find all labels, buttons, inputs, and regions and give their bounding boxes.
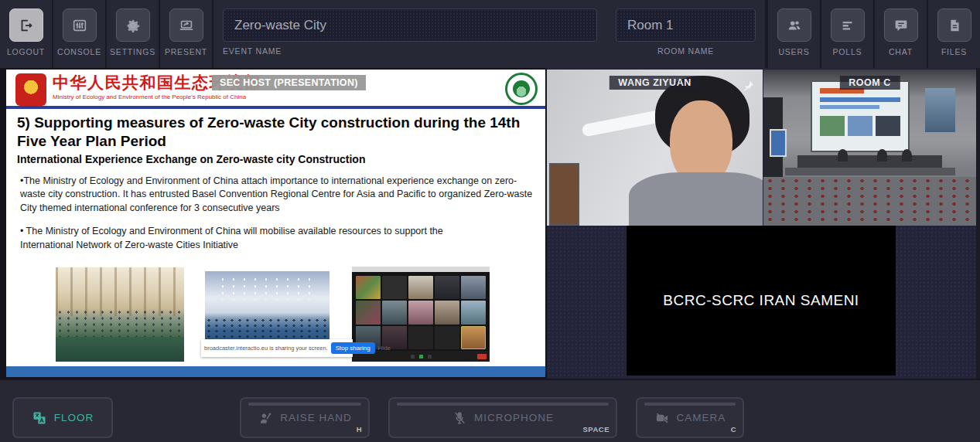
logout-group: LOGOUT [0, 0, 53, 68]
logout-button[interactable] [9, 8, 43, 42]
logout-icon [18, 17, 35, 34]
chat-icon [893, 17, 910, 34]
event-name-input[interactable]: Zero-waste City [223, 8, 597, 42]
files-document-icon-button[interactable] [937, 8, 971, 42]
raise-hand-icon [258, 410, 273, 426]
event-name-group: Zero-waste City EVENT NAME [213, 0, 606, 68]
button-indicator-strip [248, 403, 361, 406]
microphone-muted-icon [452, 410, 467, 426]
chat-group: CHAT [873, 0, 927, 68]
floor-language-button[interactable]: FLOOR [12, 397, 113, 438]
raise-hand-button[interactable]: RAISE HAND H [240, 397, 370, 438]
bottom-control-bar: FLOOR RAISE HAND H [0, 379, 980, 442]
polls-icon-button[interactable] [831, 8, 865, 42]
settings-label: SETTINGS [110, 47, 155, 56]
chat-bubble-icon-button[interactable] [884, 8, 918, 42]
hide-notice-button: Hide [378, 345, 391, 352]
mee-logo-icon [505, 73, 538, 105]
chat-label: CHAT [889, 47, 913, 56]
microphone-button[interactable]: MICROPHONE SPACE [388, 397, 617, 438]
slide-title: 5) Supporting measures of Zero-waste Cit… [17, 114, 540, 151]
users-label: USERS [778, 47, 809, 56]
slide-body: 5) Supporting measures of Zero-waste Cit… [6, 109, 545, 252]
right-edge-strip [976, 68, 980, 379]
room-name-input[interactable]: Room 1 [616, 8, 756, 42]
floor-label: FLOOR [54, 412, 94, 423]
users-group: USERS [767, 0, 820, 68]
files-group: FILES [927, 0, 980, 68]
video-zone: WANG ZIYUAN [547, 68, 976, 379]
camera-off-icon [654, 410, 670, 426]
stop-sharing-button: Stop sharing [331, 342, 375, 354]
microphone-label: MICROPHONE [474, 412, 554, 423]
raise-hand-label: RAISE HAND [280, 412, 352, 423]
translation-icon [32, 410, 47, 426]
present-group: PRESENT [160, 0, 213, 68]
video-feed-room-c[interactable]: ROOM C [763, 70, 976, 226]
feed-label-wang-ziyuan: WANG ZIYUAN [609, 76, 700, 90]
video-feed-wang-ziyuan[interactable]: WANG ZIYUAN [547, 70, 763, 226]
settings-group: SETTINGS [107, 0, 160, 68]
share-notice-message: broadcaster.interactio.eu is sharing you… [204, 345, 328, 352]
gear-icon [125, 17, 142, 34]
camera-shortcut: C [731, 425, 736, 434]
feed-label-room-c: ROOM C [839, 76, 900, 90]
top-toolbar: LOGOUT CONSOLE [0, 0, 980, 68]
slide-footer-bar [6, 366, 545, 377]
event-name-label: EVENT NAME [223, 46, 597, 56]
console-button[interactable] [63, 8, 97, 42]
camera-button[interactable]: CAMERA C [636, 397, 744, 438]
ministry-title-en: Ministry of Ecology and Environment of t… [53, 94, 261, 100]
polls-bars-icon [839, 17, 856, 34]
pin-icon[interactable] [741, 79, 755, 96]
main-area: SEC HOST (PRESENTATION) ★ 中华人民共和国生态环境部 M… [0, 68, 980, 379]
host-badge: SEC HOST (PRESENTATION) [212, 75, 366, 90]
china-emblem-icon: ★ [15, 73, 46, 106]
settings-button[interactable] [116, 8, 150, 42]
files-icon [946, 17, 963, 34]
present-button[interactable] [169, 8, 203, 42]
button-indicator-strip [397, 403, 609, 406]
button-indicator-strip [644, 403, 736, 406]
present-screen-icon [178, 17, 195, 34]
conference-photo-1 [56, 267, 184, 362]
logout-label: LOGOUT [7, 47, 45, 56]
camera-label: CAMERA [677, 412, 726, 423]
present-label: PRESENT [165, 47, 207, 56]
polls-label: POLLS [833, 47, 862, 56]
raise-hand-shortcut: H [357, 425, 362, 434]
console-label: CONSOLE [57, 47, 101, 56]
audio-only-tile-bcrc[interactable]: BCRC-SCRC IRAN SAMENI [627, 226, 896, 376]
name-fields: Zero-waste City EVENT NAME Room 1 ROOM N… [213, 0, 767, 68]
microphone-shortcut: SPACE [582, 425, 610, 434]
room-name-label: ROOM NAME [616, 46, 756, 56]
polls-group: POLLS [820, 0, 873, 68]
screen-share-notice: broadcaster.interactio.eu is sharing you… [201, 339, 353, 357]
room-name-group: Room 1 ROOM NAME [606, 0, 765, 68]
console-group: CONSOLE [53, 0, 107, 68]
files-label: FILES [941, 47, 967, 56]
users-icon [786, 17, 803, 34]
presentation-slide: SEC HOST (PRESENTATION) ★ 中华人民共和国生态环境部 M… [6, 70, 545, 377]
conference-app-window: LOGOUT CONSOLE [0, 0, 980, 442]
console-mixer-icon [71, 17, 88, 34]
slide-bullet-2: • The Ministry of Ecology and Environmen… [17, 225, 450, 253]
slide-bullet-1: •The Ministry of Ecology and Environment… [17, 175, 540, 216]
audio-tile-label: BCRC-SCRC IRAN SAMENI [663, 292, 859, 309]
slide-subtitle: International Experience Exchange on Zer… [17, 153, 534, 165]
users-button[interactable] [777, 8, 811, 42]
